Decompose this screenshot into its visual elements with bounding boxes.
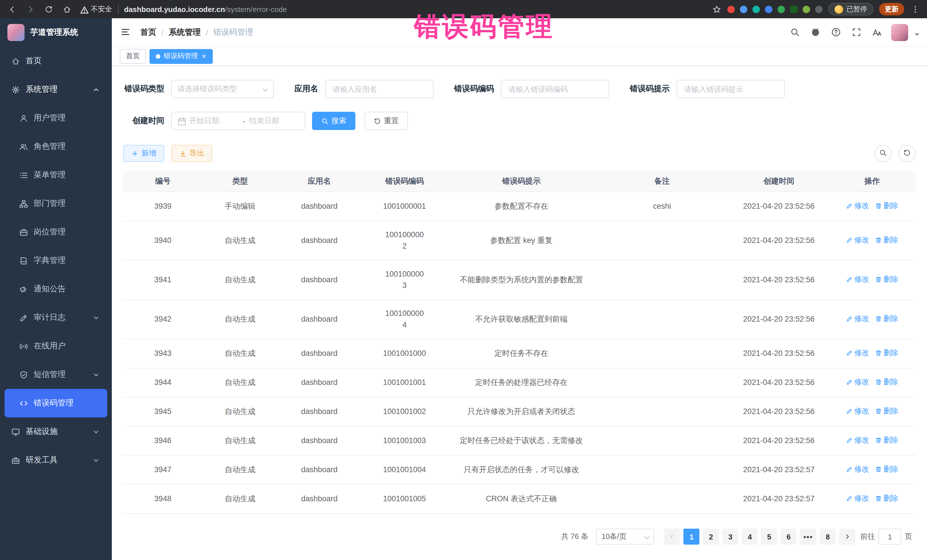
sidebar-item-user[interactable]: 用户管理 — [5, 104, 107, 132]
cell-remark — [595, 339, 729, 368]
delete-link[interactable]: 删除 — [875, 405, 898, 417]
extension-icon[interactable] — [815, 5, 823, 13]
table-row: 3946自动生成dashboard1001001003定时任务已经处于该状态，无… — [123, 426, 916, 455]
sidebar-item-audit-log[interactable]: 审计日志 — [5, 304, 107, 332]
page-size-select[interactable]: 10条/页 — [596, 529, 655, 545]
error-type-select[interactable]: 请选择错误码类型 — [171, 80, 274, 98]
delete-link[interactable]: 删除 — [875, 347, 898, 359]
extension-icon[interactable] — [790, 5, 798, 13]
reload-button[interactable] — [43, 4, 54, 14]
search-button[interactable] — [790, 27, 800, 37]
edit-link[interactable]: 修改 — [846, 493, 869, 504]
extension-icon[interactable] — [727, 5, 735, 13]
goto-page-input[interactable] — [878, 529, 901, 545]
help-button[interactable] — [831, 27, 841, 37]
reset-button[interactable]: 重置 — [365, 112, 408, 130]
page-button[interactable]: 3 — [722, 529, 739, 545]
sidebar-item-home[interactable]: 首页 — [5, 47, 107, 75]
site-security-chip[interactable]: 不安全 — [80, 4, 112, 14]
error-code-input[interactable] — [501, 80, 609, 98]
page-button[interactable]: 4 — [742, 529, 758, 545]
edit-link[interactable]: 修改 — [846, 434, 869, 446]
delete-link[interactable]: 删除 — [875, 313, 898, 325]
delete-link[interactable]: 删除 — [875, 434, 898, 446]
sidebar-item-label: 短信管理 — [33, 370, 65, 380]
delete-link[interactable]: 删除 — [875, 200, 898, 212]
extension-icon[interactable] — [802, 5, 810, 13]
edit-link[interactable]: 修改 — [846, 200, 869, 212]
sidebar-item-error-code[interactable]: 错误码管理 — [5, 389, 107, 417]
edit-link[interactable]: 修改 — [846, 313, 869, 325]
cell-code: 1001001002 — [361, 397, 448, 426]
sidebar-item-menu[interactable]: 菜单管理 — [5, 161, 107, 189]
edit-link[interactable]: 修改 — [846, 405, 869, 417]
extension-icon[interactable] — [765, 5, 772, 13]
error-hint-label: 错误码提示 — [630, 84, 670, 94]
add-button[interactable]: 新增 — [123, 145, 164, 162]
refresh-table-button[interactable] — [898, 145, 916, 162]
export-button[interactable]: 导出 — [171, 145, 212, 162]
app-name-input[interactable] — [325, 80, 433, 98]
github-button[interactable] — [811, 27, 820, 37]
back-button[interactable] — [7, 4, 17, 14]
page-button[interactable]: 5 — [761, 529, 777, 545]
delete-link[interactable]: 删除 — [875, 376, 898, 388]
add-button-label: 新增 — [141, 148, 156, 159]
sidebar-item-post[interactable]: 岗位管理 — [5, 218, 107, 246]
delete-link[interactable]: 删除 — [875, 464, 898, 475]
app-logo[interactable]: 芋道管理系统 — [0, 18, 112, 47]
cell-type: 自动生成 — [202, 426, 278, 455]
sidebar-item-sms[interactable]: 短信管理 — [5, 360, 107, 389]
sidebar-item-dev-tools[interactable]: 研发工具 — [5, 446, 107, 475]
browser-menu-button[interactable] — [910, 4, 920, 14]
page-button[interactable]: ••• — [800, 529, 816, 545]
sidebar-item-online-user[interactable]: 在线用户 — [5, 332, 107, 360]
extension-icon[interactable] — [740, 5, 747, 13]
sidebar-item-infra[interactable]: 基础设施 — [5, 417, 107, 446]
chevron-down-icon — [92, 427, 100, 436]
sidebar-item-system[interactable]: 系统管理 — [5, 75, 107, 104]
tab-error-code[interactable]: 错误码管理× — [149, 49, 213, 64]
home-button[interactable] — [62, 4, 72, 14]
font-size-button[interactable] — [872, 27, 882, 37]
create-time-range-picker[interactable]: 开始日期 - 结束日期 — [171, 112, 305, 130]
page-button[interactable]: 8 — [820, 529, 836, 545]
toggle-search-button[interactable] — [874, 145, 892, 162]
delete-link[interactable]: 删除 — [875, 234, 898, 246]
bookmark-button[interactable] — [711, 4, 722, 14]
sidebar-item-role[interactable]: 角色管理 — [5, 132, 107, 161]
sidebar-item-dict[interactable]: 字典管理 — [5, 246, 107, 275]
cell-code: 1001000002 — [361, 221, 448, 260]
page-button[interactable]: 6 — [781, 529, 797, 545]
search-button[interactable]: 搜索 — [312, 112, 356, 130]
breadcrumb-item[interactable]: 系统管理 — [169, 27, 201, 37]
error-hint-input[interactable] — [676, 80, 785, 98]
edit-link[interactable]: 修改 — [846, 376, 869, 388]
page-button[interactable]: 1 — [684, 529, 700, 545]
extension-icon[interactable] — [778, 5, 785, 13]
close-icon[interactable]: × — [202, 52, 206, 60]
edit-link[interactable]: 修改 — [846, 347, 869, 359]
edit-link[interactable]: 修改 — [846, 464, 869, 475]
breadcrumb-item[interactable]: 错误码管理 — [213, 27, 253, 37]
sidebar-item-dept[interactable]: 部门管理 — [5, 189, 107, 218]
delete-link[interactable]: 删除 — [875, 493, 898, 504]
prev-page-button[interactable] — [664, 529, 680, 545]
update-button[interactable]: 更新 — [879, 3, 904, 15]
extension-icon[interactable] — [752, 5, 760, 13]
sidebar-item-notice[interactable]: 通知公告 — [5, 275, 107, 304]
delete-link[interactable]: 删除 — [875, 274, 898, 285]
user-menu[interactable] — [891, 24, 918, 41]
next-page-button[interactable] — [839, 529, 855, 545]
cell-type: 自动生成 — [202, 484, 278, 513]
forward-button[interactable] — [25, 4, 35, 14]
collapse-sidebar-button[interactable] — [121, 27, 131, 37]
breadcrumb-item[interactable]: 首页 — [140, 27, 156, 37]
fullscreen-button[interactable] — [852, 27, 862, 37]
page-button[interactable]: 2 — [703, 529, 719, 545]
edit-link[interactable]: 修改 — [846, 274, 869, 285]
edit-link[interactable]: 修改 — [846, 234, 869, 246]
tab-home[interactable]: 首页 — [120, 49, 146, 64]
profile-chip[interactable]: 已暂停 — [828, 3, 873, 15]
address-bar[interactable]: dashboard.yudao.iocoder.cn/system/error-… — [124, 5, 706, 14]
